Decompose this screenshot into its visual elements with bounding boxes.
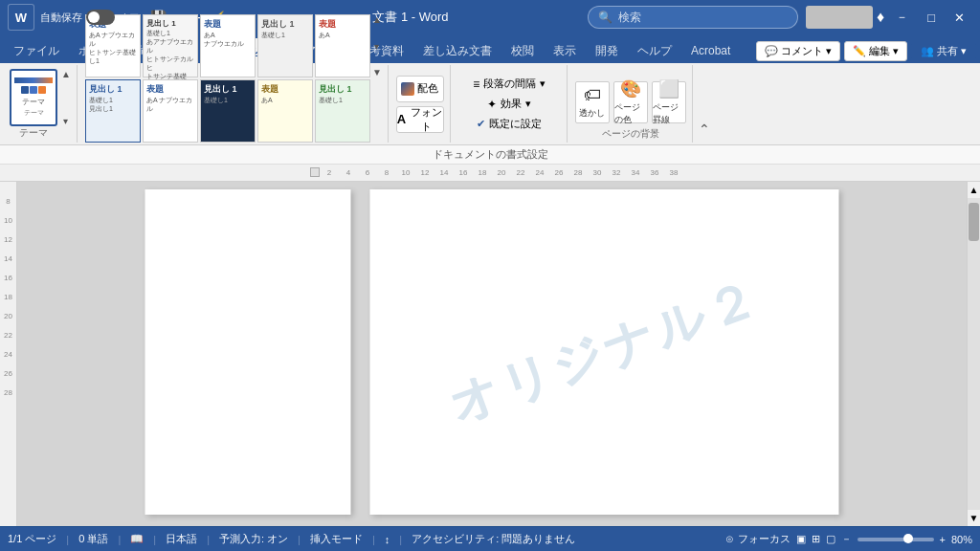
scroll-track[interactable] xyxy=(968,198,980,510)
style-thumb-9[interactable]: 見出し 1基礎し1 xyxy=(315,79,370,143)
lr-mark: 22 xyxy=(4,325,12,344)
page-container: オリジナル２ xyxy=(145,189,839,515)
tab-help[interactable]: ヘルプ xyxy=(628,38,681,63)
color-scheme-button[interactable]: 配色 xyxy=(396,76,444,102)
zoom-plus-button[interactable]: + xyxy=(940,534,946,545)
style-thumb-7[interactable]: 見出し 1基礎し1 xyxy=(200,79,256,143)
font-button[interactable]: A フォント xyxy=(396,106,444,133)
predict-input[interactable]: 予測入力: オン xyxy=(219,532,288,546)
book-icon[interactable]: 📖 xyxy=(130,533,144,545)
autosave-toggle[interactable] xyxy=(86,10,115,25)
watermark-text: オリジナル２ xyxy=(439,265,768,439)
vertical-scrollbar[interactable]: ▲ ▼ xyxy=(967,182,980,526)
share-button[interactable]: 👥 共有 ▾ xyxy=(911,42,976,60)
minimize-button[interactable]: － xyxy=(888,7,916,28)
search-input[interactable] xyxy=(618,11,771,24)
style-thumb-1[interactable]: 見出し 1 基礎し1あアナブウエカルヒトサンテカルヒトサンテ基礎 xyxy=(143,14,198,77)
style-gallery-section: 表題あA ナブウエカルヒトサンテ基礎し1 見出し 1 基礎し1あアナブウエカルヒ… xyxy=(79,65,389,143)
view-icon-1[interactable]: ▣ xyxy=(796,533,806,545)
scroll-thumb[interactable] xyxy=(969,203,979,241)
effects-item[interactable]: ✦ 効果 ▾ xyxy=(483,95,535,113)
style-gallery: 表題あA ナブウエカルヒトサンテ基礎し1 見出し 1 基礎し1あアナブウエカルヒ… xyxy=(85,14,370,143)
main-area: 8 10 12 14 16 18 20 22 24 26 28 オリジナル２ ▲ xyxy=(0,182,980,526)
default-set-item[interactable]: ✔ 既定に設定 xyxy=(473,115,546,133)
share-icon: 👥 xyxy=(921,45,934,57)
autosave-label: 自動保存 xyxy=(40,11,82,25)
page-border-button[interactable]: ⬜ ページ罫線 xyxy=(652,81,686,123)
restore-button[interactable]: □ xyxy=(920,9,943,27)
lr-mark: 20 xyxy=(4,306,12,325)
tab-review[interactable]: 校閲 xyxy=(501,38,544,63)
tab-mailings[interactable]: 差し込み文書 xyxy=(413,38,501,63)
language[interactable]: 日本語 xyxy=(166,532,197,546)
ruler-mark: 4 xyxy=(339,168,358,177)
ribbon-collapse[interactable]: ⌃ xyxy=(695,65,710,143)
ribbon: テーマ テーマ テーマ ▲ ▾ 表題あA ナブウエカルヒトサンテ基礎し1 xyxy=(0,63,980,145)
style-thumb-3[interactable]: 見出し 1基礎し1 xyxy=(257,14,313,77)
ruler-mark: 22 xyxy=(511,168,530,177)
zoom-slider-thumb[interactable] xyxy=(903,534,913,543)
doc-settings-label: ドキュメントの書式設定 xyxy=(433,147,548,162)
style-thumb-6[interactable]: 表題あA ナブウエカル xyxy=(143,79,198,143)
search-icon: 🔍 xyxy=(598,11,612,24)
theme-button[interactable]: テーマ テーマ xyxy=(10,69,57,126)
ruler-mark: 26 xyxy=(549,168,568,177)
watermark-icon: 🏷 xyxy=(584,85,601,105)
scroll-icon[interactable]: ↕ xyxy=(385,534,390,545)
share-label: 共有 xyxy=(937,44,958,58)
tab-file[interactable]: ファイル xyxy=(4,38,69,63)
ruler-mark: 14 xyxy=(434,168,454,177)
view-icon-3[interactable]: ▢ xyxy=(826,533,835,545)
search-box[interactable]: 🔍 xyxy=(588,6,798,29)
style-arrow-up[interactable]: ▲ xyxy=(372,14,382,25)
comment-icon: 💬 xyxy=(765,45,778,57)
effects-section: ≡ 段落の間隔 ▾ ✦ 効果 ▾ ✔ 既定に設定 xyxy=(453,65,568,143)
page-color-label: ページの色 xyxy=(614,101,647,126)
ruler-mark: 34 xyxy=(626,168,645,177)
theme-arrow-up[interactable]: ▲ xyxy=(61,69,71,79)
lr-mark: 10 xyxy=(4,210,12,230)
zoom-minus-button[interactable]: － xyxy=(841,532,852,546)
insert-mode[interactable]: 挿入モード xyxy=(310,532,363,546)
diamond-icon: ♦ xyxy=(877,9,884,26)
page-left[interactable] xyxy=(145,189,351,515)
user-account-area[interactable] xyxy=(806,6,873,29)
document-canvas[interactable]: オリジナル２ xyxy=(17,182,967,526)
page-main[interactable]: オリジナル２ xyxy=(370,189,839,515)
lr-mark: 24 xyxy=(4,344,12,364)
paragraph-spacing-item[interactable]: ≡ 段落の間隔 ▾ xyxy=(469,75,549,93)
ruler-mark: 16 xyxy=(454,168,473,177)
effects-label: 効果 xyxy=(501,97,522,111)
page-color-button[interactable]: 🎨 ページの色 xyxy=(613,81,648,123)
page-bg-section-label: ページの背景 xyxy=(602,127,659,143)
style-thumb-8[interactable]: 表題あA xyxy=(257,79,313,143)
scroll-down-arrow[interactable]: ▼ xyxy=(967,510,980,526)
default-label: 既定に設定 xyxy=(489,117,542,131)
color-font-section: 配色 A フォント xyxy=(390,65,451,143)
vertical-ruler: 8 10 12 14 16 18 20 22 24 26 28 xyxy=(0,182,17,526)
ruler-mark: 36 xyxy=(645,168,664,177)
watermark-button[interactable]: 🏷 透かし xyxy=(575,81,610,123)
focus-label[interactable]: ⊙ フォーカス xyxy=(725,532,790,546)
zoom-slider[interactable] xyxy=(858,538,934,541)
tab-developer[interactable]: 開発 xyxy=(586,38,628,63)
style-arrow-down[interactable]: ▼ xyxy=(372,67,382,77)
tab-view[interactable]: 表示 xyxy=(544,38,586,63)
style-thumb-4[interactable]: 表題あA xyxy=(315,14,370,77)
comment-button[interactable]: 💬 コメント ▾ xyxy=(756,41,840,61)
style-gallery-arrows: ▲ ▾ ▼ xyxy=(372,14,382,77)
style-thumb-2[interactable]: 表題あAナブウエカル xyxy=(200,14,256,77)
lr-mark: 26 xyxy=(4,364,12,383)
close-button[interactable]: ✕ xyxy=(947,9,972,27)
style-arrow-expand[interactable]: ▾ xyxy=(372,41,382,52)
scroll-up-arrow[interactable]: ▲ xyxy=(967,182,980,198)
color-label: 配色 xyxy=(417,81,438,96)
style-thumb-5[interactable]: 見出し 1基礎し1見出し1 xyxy=(85,79,141,143)
collapse-icon[interactable]: ⌃ xyxy=(699,121,710,137)
theme-arrow-down[interactable]: ▾ xyxy=(61,116,71,126)
edit-label: 編集 xyxy=(869,44,890,58)
view-icon-2[interactable]: ⊞ xyxy=(812,533,820,545)
lr-mark: 8 xyxy=(4,191,12,210)
tab-acrobat[interactable]: Acrobat xyxy=(681,38,740,63)
edit-button[interactable]: ✏️ 編集 ▾ xyxy=(844,41,907,61)
